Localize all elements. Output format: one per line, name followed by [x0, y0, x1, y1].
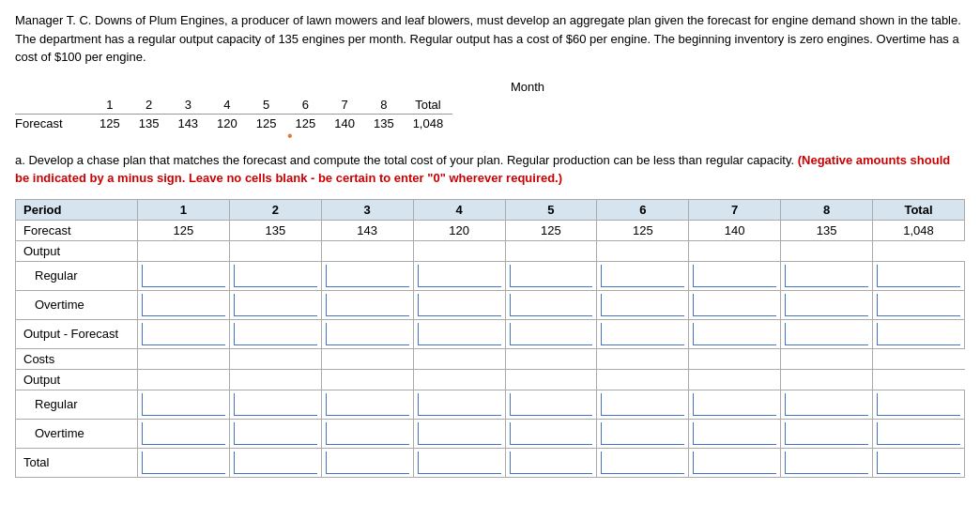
- regular-cost-field-8[interactable]: [785, 393, 868, 416]
- regular-output-input-total[interactable]: [873, 261, 965, 290]
- output-forecast-input-3[interactable]: [321, 319, 413, 348]
- total-cost-field-5[interactable]: [510, 451, 593, 474]
- total-cost-field-7[interactable]: [693, 451, 776, 474]
- overtime-cost-input-4[interactable]: [413, 419, 505, 448]
- regular-output-field-2[interactable]: [234, 265, 317, 287]
- overtime-cost-field-1[interactable]: [142, 422, 225, 445]
- regular-cost-field-total[interactable]: [877, 393, 960, 416]
- regular-cost-field-2[interactable]: [234, 393, 317, 416]
- overtime-output-field-3[interactable]: [326, 294, 409, 316]
- overtime-cost-field-6[interactable]: [601, 422, 684, 445]
- output-forecast-input-8[interactable]: [781, 319, 873, 348]
- total-cost-field-2[interactable]: [234, 451, 317, 474]
- output-forecast-field-3[interactable]: [326, 323, 409, 345]
- output-forecast-field-total[interactable]: [877, 323, 960, 345]
- overtime-cost-field-8[interactable]: [785, 422, 868, 445]
- overtime-output-input-1[interactable]: [138, 290, 230, 319]
- overtime-cost-input-2[interactable]: [229, 419, 321, 448]
- regular-output-input-3[interactable]: [321, 261, 413, 290]
- overtime-output-input-2[interactable]: [229, 290, 321, 319]
- overtime-output-input-5[interactable]: [505, 290, 597, 319]
- overtime-cost-input-6[interactable]: [597, 419, 689, 448]
- regular-output-input-8[interactable]: [781, 261, 873, 290]
- output-forecast-field-6[interactable]: [601, 323, 684, 345]
- regular-output-field-1[interactable]: [142, 265, 225, 287]
- overtime-cost-field-2[interactable]: [234, 422, 317, 445]
- overtime-output-field-total[interactable]: [877, 294, 960, 316]
- total-cost-field-total[interactable]: [877, 451, 960, 474]
- regular-output-field-7[interactable]: [693, 265, 776, 287]
- output-forecast-input-6[interactable]: [597, 319, 689, 348]
- overtime-cost-input-total[interactable]: [873, 419, 965, 448]
- total-cost-input-total[interactable]: [873, 448, 965, 477]
- regular-cost-input-7[interactable]: [689, 390, 781, 419]
- regular-cost-field-3[interactable]: [326, 393, 409, 416]
- overtime-output-field-1[interactable]: [142, 294, 225, 316]
- overtime-output-field-7[interactable]: [693, 294, 776, 316]
- total-cost-field-1[interactable]: [142, 451, 225, 474]
- total-cost-input-2[interactable]: [229, 448, 321, 477]
- total-cost-input-8[interactable]: [781, 448, 873, 477]
- overtime-cost-field-total[interactable]: [877, 422, 960, 445]
- regular-output-input-6[interactable]: [597, 261, 689, 290]
- regular-output-field-total[interactable]: [877, 265, 960, 287]
- output-forecast-field-7[interactable]: [693, 323, 776, 345]
- output-forecast-input-1[interactable]: [138, 319, 230, 348]
- overtime-cost-field-7[interactable]: [693, 422, 776, 445]
- regular-cost-field-1[interactable]: [142, 393, 225, 416]
- regular-cost-field-7[interactable]: [693, 393, 776, 416]
- regular-cost-field-4[interactable]: [418, 393, 501, 416]
- overtime-output-input-3[interactable]: [321, 290, 413, 319]
- regular-output-input-1[interactable]: [138, 261, 230, 290]
- total-cost-input-4[interactable]: [413, 448, 505, 477]
- regular-cost-input-6[interactable]: [597, 390, 689, 419]
- regular-cost-input-2[interactable]: [229, 390, 321, 419]
- overtime-cost-field-4[interactable]: [418, 422, 501, 445]
- output-forecast-field-1[interactable]: [142, 323, 225, 345]
- overtime-output-field-6[interactable]: [601, 294, 684, 316]
- regular-output-input-7[interactable]: [689, 261, 781, 290]
- overtime-cost-field-5[interactable]: [510, 422, 593, 445]
- output-forecast-input-7[interactable]: [689, 319, 781, 348]
- regular-output-field-3[interactable]: [326, 265, 409, 287]
- total-cost-field-4[interactable]: [418, 451, 501, 474]
- total-cost-input-3[interactable]: [321, 448, 413, 477]
- total-cost-input-5[interactable]: [505, 448, 597, 477]
- regular-cost-input-5[interactable]: [505, 390, 597, 419]
- overtime-output-input-7[interactable]: [689, 290, 781, 319]
- overtime-output-input-4[interactable]: [413, 290, 505, 319]
- regular-output-field-8[interactable]: [785, 265, 868, 287]
- output-forecast-input-2[interactable]: [229, 319, 321, 348]
- output-forecast-input-4[interactable]: [413, 319, 505, 348]
- overtime-output-input-total[interactable]: [873, 290, 965, 319]
- total-cost-input-1[interactable]: [138, 448, 230, 477]
- regular-output-input-4[interactable]: [413, 261, 505, 290]
- overtime-cost-input-3[interactable]: [321, 419, 413, 448]
- regular-cost-input-8[interactable]: [781, 390, 873, 419]
- regular-cost-field-5[interactable]: [510, 393, 593, 416]
- output-forecast-input-5[interactable]: [505, 319, 597, 348]
- overtime-output-field-2[interactable]: [234, 294, 317, 316]
- overtime-output-field-4[interactable]: [418, 294, 501, 316]
- total-cost-input-7[interactable]: [689, 448, 781, 477]
- overtime-output-field-5[interactable]: [510, 294, 593, 316]
- overtime-cost-input-5[interactable]: [505, 419, 597, 448]
- overtime-cost-field-3[interactable]: [326, 422, 409, 445]
- total-cost-input-6[interactable]: [597, 448, 689, 477]
- regular-cost-input-3[interactable]: [321, 390, 413, 419]
- output-forecast-input-total[interactable]: [873, 319, 965, 348]
- regular-cost-field-6[interactable]: [601, 393, 684, 416]
- regular-output-input-5[interactable]: [505, 261, 597, 290]
- overtime-cost-input-8[interactable]: [781, 419, 873, 448]
- regular-output-field-6[interactable]: [601, 265, 684, 287]
- total-cost-field-6[interactable]: [601, 451, 684, 474]
- regular-output-field-5[interactable]: [510, 265, 593, 287]
- output-forecast-field-4[interactable]: [418, 323, 501, 345]
- total-cost-field-8[interactable]: [785, 451, 868, 474]
- output-forecast-field-5[interactable]: [510, 323, 593, 345]
- regular-cost-input-total[interactable]: [873, 390, 965, 419]
- total-cost-field-3[interactable]: [326, 451, 409, 474]
- overtime-output-input-8[interactable]: [781, 290, 873, 319]
- output-forecast-field-8[interactable]: [785, 323, 868, 345]
- overtime-cost-input-1[interactable]: [138, 419, 230, 448]
